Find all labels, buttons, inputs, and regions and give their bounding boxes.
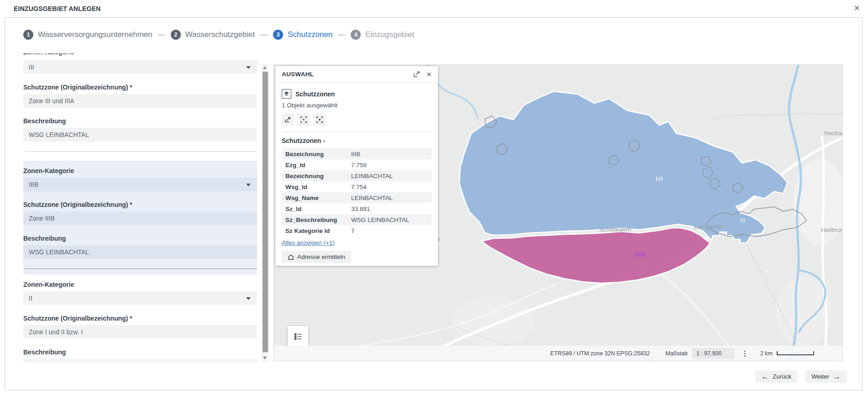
table-row: BezeichnungIIIB [282,148,431,159]
zonen-kategorie-select[interactable]: II [23,291,257,305]
chevron-down-icon [246,66,251,69]
attr-value: 7 [351,227,355,234]
attr-label: Sz Kategorie Id [282,227,351,234]
schutzzone-input[interactable]: Zone III und IIIA [23,94,257,108]
layer-list-button[interactable] [288,326,308,347]
einzugsgebiet-dialog: EINZUGSGEBIET ANLEGEN × 1 Wasserversorgu… [0,0,868,406]
scale-menu-icon[interactable]: ⋮ [742,349,748,358]
wizard-footer: ← Zurück Weiter → [755,370,847,383]
map-view[interactable]: Schwaigern Leingarten Heilbronn Neckarsu… [274,64,843,361]
selection-popup-header: AUSWAHL × [275,66,438,83]
scale-label: Maßstab [665,350,688,357]
table-row: Ezg_Id7.759 [282,159,431,170]
attr-label: Bezeichnung [282,173,351,179]
scale-input[interactable]: 1 : 97.500 [692,348,734,359]
zonen-kategorie-label: Zonen-Kategorie [23,53,257,57]
table-row: Sz Kategorie Id7 [282,225,431,236]
attr-label: Wsg_Id [282,184,351,190]
schutzzone-input[interactable]: Zone IIIB [23,211,257,225]
step-separator: — [158,31,165,39]
selection-actions [282,114,431,126]
attr-value: 7.759 [351,162,367,169]
beschreibung-label: Beschreibung [23,117,257,125]
stepper-step-einzugsgebiet[interactable]: 4 Einzugsgebiet [351,30,414,40]
selection-popup-body: Schutzzonen 1 Objekt ausgewählt [275,83,438,263]
beschreibung-input[interactable]: WSG LEINBACHTAL [23,359,257,362]
step-label: Schutzzonen [288,30,332,39]
schutzzonen-form: Zonen-Kategorie III Schutzzone (Original… [23,53,257,362]
layer-list-icon [294,332,303,341]
attr-label: Bezeichnung [282,151,351,158]
zoom-to-selection-button[interactable] [314,114,326,126]
scroll-up-icon[interactable] [263,66,267,69]
table-row: Wsg_Id7.754 [282,181,431,192]
schutzzone-label: Schutzzone (Originalbezeichnung) * [23,315,257,322]
beschreibung-label: Beschreibung [23,348,257,356]
selected-count: 1 Objekt ausgewählt [282,102,431,109]
center-on-selection-button[interactable] [298,114,310,126]
attribute-table: BezeichnungIIIB Ezg_Id7.759 BezeichnungL… [282,148,431,236]
selected-layer-row: Schutzzonen [282,89,431,99]
scalebar [777,351,814,355]
group-divider [25,269,257,269]
stepper-step-wasserversorgungsunternehmen[interactable]: 1 Wasserversorgungsunternehmen [23,30,153,40]
beschreibung-input[interactable]: WSG LEINBACHTAL [23,128,257,142]
zonen-kategorie-label: Zonen-Kategorie [23,281,257,288]
attr-label: Sz_Id [282,206,351,212]
wizard-stepper: 1 Wasserversorgungsunternehmen — 2 Wasse… [23,30,414,40]
select-value: III [29,63,34,71]
zone-group-3: Zonen-Kategorie II Schutzzone (Originalb… [23,281,257,362]
step-number-badge: 2 [171,30,181,40]
determine-address-button[interactable]: Adresse ermitteln [282,251,351,263]
chevron-down-icon [246,297,251,300]
attr-value: LEINBACHTAL [351,195,393,201]
selection-popup: AUSWAHL × [275,66,438,266]
back-button-label: Zurück [773,373,791,380]
zone-iiib-polygon [482,228,710,283]
zonen-kategorie-label: Zonen-Kategorie [23,167,257,174]
stepper-step-schutzzonen[interactable]: 3 Schutzzonen [273,30,332,40]
stepper-step-wasserschutzgebiet[interactable]: 2 Wasserschutzgebiet [171,30,255,40]
schutzzone-input[interactable]: Zone I und II bzw. I [23,325,257,339]
zonen-kategorie-select[interactable]: IIIB [23,178,257,191]
dialog-close-icon[interactable]: × [854,2,860,14]
beschreibung-input[interactable]: WSG LEINBACHTAL [23,245,257,259]
attr-label: Ezg_Id [282,162,351,169]
table-row: Wsg_NameLEINBACHTAL [282,192,431,203]
table-row: BezeichnungLEINBACHTAL [282,170,431,181]
show-all-attributes-link[interactable]: Alles anzeigen (+1) [282,239,335,246]
place-label-schwaigern: Schwaigern [599,226,631,233]
zone-iiib-label: IIIB [635,251,646,258]
form-scrollbar[interactable] [262,64,268,361]
popup-divider [282,132,431,132]
back-button[interactable]: ← Zurück [755,370,797,383]
layers-icon [282,89,291,99]
next-button[interactable]: Weiter → [805,370,847,383]
wizard-panel: 1 Wasserversorgungsunternehmen — 2 Wasse… [5,17,863,390]
attr-label: Wsg_Name [282,195,351,201]
step-separator: — [338,31,345,39]
step-label: Wasserversorgungsunternehmen [38,30,153,39]
dialog-titlebar: EINZUGSGEBIET ANLEGEN × [0,0,868,17]
popup-close-icon[interactable]: × [426,70,431,79]
collapse-icon[interactable] [413,71,420,78]
attr-value: 33.891 [351,206,370,212]
zonen-kategorie-select[interactable]: III [23,60,257,74]
schutzzone-label: Schutzzone (Originalbezeichnung) * [23,201,257,208]
next-button-label: Weiter [811,373,829,380]
scalebar-label: 2 km [760,350,773,357]
step-number-badge: 1 [23,30,33,40]
scroll-down-icon[interactable] [263,357,267,359]
place-label-leingarten: Leingarten [694,223,723,230]
house-icon [288,254,294,260]
step-number-badge: 3 [273,30,283,40]
step-separator: — [260,31,268,39]
step-label: Einzugsgebiet [365,30,414,39]
zone-iii-polygon [459,91,788,243]
schutzzone-label: Schutzzone (Originalbezeichnung) * [23,84,257,91]
step-number-badge: 4 [351,30,361,40]
arrow-right-icon: → [833,374,841,380]
export-selection-button[interactable] [282,114,294,126]
scrollbar-thumb[interactable] [263,72,268,352]
feature-section-title: Schutzzonen - [282,137,431,144]
